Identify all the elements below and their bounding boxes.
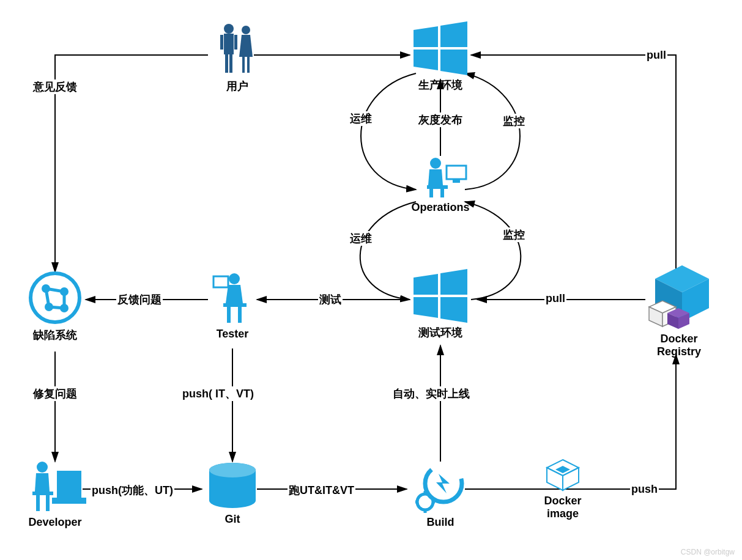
edge-ops-right: 监控	[502, 114, 526, 128]
tester-icon	[205, 270, 260, 325]
svg-point-0	[224, 24, 234, 34]
svg-rect-2	[225, 54, 228, 73]
edge-push: push	[630, 483, 659, 496]
svg-rect-14	[427, 185, 448, 189]
edge-ops-right2: 监控	[502, 227, 526, 242]
svg-point-42	[417, 494, 433, 510]
windows-icon-2	[411, 269, 470, 323]
diagram-canvas: 用户 生产环境 Operations 测试环境 Tester	[0, 0, 742, 560]
svg-rect-26	[238, 307, 242, 323]
developer-label: Developer	[18, 516, 92, 529]
tester-label: Tester	[202, 328, 263, 341]
node-developer: Developer	[18, 459, 92, 529]
windows-icon	[411, 21, 470, 75]
dockerimg-label: Docker image	[526, 495, 599, 520]
node-dockerimg: Docker image	[526, 459, 599, 520]
svg-rect-34	[32, 492, 53, 495]
svg-marker-22	[440, 297, 467, 323]
svg-rect-27	[213, 276, 228, 287]
node-registry: Docker Registry	[642, 263, 716, 358]
svg-rect-38	[52, 498, 86, 504]
operations-icon	[410, 156, 471, 199]
node-build: Build	[410, 462, 471, 529]
edge-ops-left: 运维	[349, 111, 373, 126]
svg-rect-15	[429, 189, 433, 197]
svg-marker-20	[440, 269, 467, 295]
node-users: 用户	[207, 21, 268, 94]
svg-point-33	[37, 462, 48, 473]
svg-rect-7	[242, 57, 245, 73]
edge-fix: 修复问题	[32, 386, 78, 401]
defect-label: 缺陷系统	[24, 328, 86, 342]
edge-gray: 灰度发布	[417, 112, 464, 127]
node-ops: Operations	[404, 156, 477, 214]
svg-rect-1	[224, 34, 234, 54]
svg-point-23	[229, 273, 240, 284]
node-tester: Tester	[202, 270, 263, 341]
edge-run-tests: 跑UT&IT&VT	[288, 483, 355, 498]
svg-rect-5	[234, 35, 237, 50]
svg-rect-16	[440, 189, 444, 197]
users-icon	[213, 21, 262, 76]
edge-feedback: 意见反馈	[32, 79, 78, 94]
registry-label: Docker Registry	[642, 333, 716, 358]
edge-pull-test: pull	[544, 292, 566, 305]
docker-image-icon	[544, 459, 581, 492]
edge-auto: 自动、实时上线	[391, 386, 471, 401]
svg-rect-36	[46, 495, 50, 511]
svg-rect-3	[229, 54, 232, 73]
git-icon	[205, 462, 260, 510]
svg-rect-8	[247, 57, 250, 73]
svg-marker-19	[414, 274, 438, 295]
users-label: 用户	[207, 79, 268, 94]
prod-label: 生产环境	[407, 78, 474, 92]
edge-test: 测试	[318, 292, 343, 307]
svg-point-13	[430, 158, 441, 169]
svg-marker-21	[414, 297, 438, 318]
svg-point-40	[209, 463, 256, 477]
registry-icon	[645, 263, 713, 330]
node-prod: 生产环境	[407, 21, 474, 92]
svg-point-28	[31, 273, 80, 322]
svg-rect-25	[227, 307, 231, 323]
ops-label: Operations	[404, 201, 477, 214]
svg-marker-12	[440, 50, 467, 75]
svg-marker-10	[440, 21, 467, 47]
defect-icon	[28, 270, 83, 325]
svg-point-6	[242, 26, 250, 34]
developer-icon	[21, 459, 89, 514]
svg-marker-9	[414, 26, 438, 47]
edge-pull-prod: pull	[645, 49, 667, 62]
git-label: Git	[202, 513, 263, 526]
edge-fb-issue: 反馈问题	[116, 292, 163, 307]
edge-push-ut: push(功能、UT)	[91, 483, 174, 498]
svg-marker-11	[414, 50, 438, 70]
watermark: CSDN @orbitgw	[681, 548, 735, 556]
edge-push-itvt: push( IT、VT)	[181, 386, 255, 401]
connectors	[0, 0, 742, 560]
node-testenv: 测试环境	[407, 269, 474, 340]
testenv-label: 测试环境	[407, 325, 474, 340]
svg-rect-24	[223, 303, 247, 307]
node-git: Git	[202, 462, 263, 526]
edge-ops-left2: 运维	[349, 231, 373, 246]
svg-rect-35	[36, 495, 40, 511]
svg-rect-18	[453, 179, 460, 183]
build-label: Build	[410, 516, 471, 529]
svg-rect-37	[57, 471, 81, 498]
svg-rect-17	[447, 166, 466, 179]
build-icon	[413, 462, 468, 514]
svg-rect-4	[220, 35, 223, 50]
node-defect: 缺陷系统	[24, 270, 86, 342]
